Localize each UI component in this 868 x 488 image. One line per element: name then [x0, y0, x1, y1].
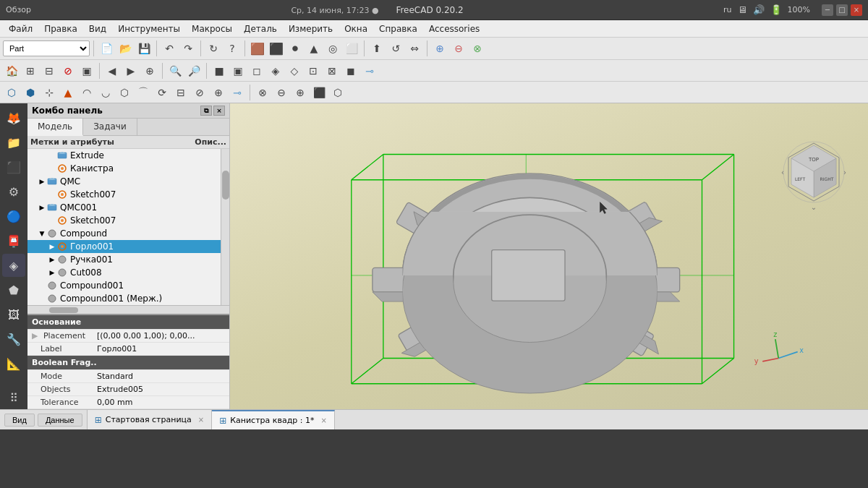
menu-part[interactable]: Деталь	[238, 22, 283, 35]
tree-hscrollbar[interactable]	[27, 305, 229, 314]
view-right-button[interactable]: ◻	[248, 62, 265, 80]
section-button[interactable]: ⊟	[172, 84, 190, 101]
undo-button[interactable]: ↶	[161, 40, 178, 57]
apps-grid-icon[interactable]: ⠿	[2, 386, 25, 409]
home-view-button[interactable]: 🏠	[3, 62, 20, 80]
app5-icon[interactable]: 🔧	[2, 328, 25, 351]
cylinder-button[interactable]: ⬛	[268, 40, 285, 57]
tab-kanistral[interactable]: ⊞ Канистра квадр : 1* ×	[212, 410, 335, 429]
menu-file[interactable]: Файл	[3, 22, 38, 35]
panel-close-button[interactable]: ×	[213, 106, 225, 116]
menu-tools[interactable]: Инструменты	[112, 22, 186, 35]
bool-intersect-button[interactable]: ⊗	[469, 40, 486, 57]
box-button[interactable]: 🟫	[249, 40, 266, 57]
loft-button[interactable]: ⬡	[116, 84, 133, 101]
slice2-button[interactable]: ⊖	[273, 84, 290, 101]
app6-icon[interactable]: 📐	[2, 352, 25, 375]
zoom-all-button[interactable]: ⊞	[22, 62, 39, 80]
tube-button[interactable]: ⬜	[343, 40, 360, 57]
tree-arrow-qmc001[interactable]: ▶	[38, 204, 46, 211]
revolve-button[interactable]: ↺	[387, 40, 404, 57]
tree-item-compound[interactable]: ▼Compound	[27, 227, 221, 240]
measure-linear-button[interactable]: ⊸	[229, 84, 246, 101]
view-measure-button[interactable]: ⊸	[361, 62, 378, 80]
menu-view[interactable]: Вид	[83, 22, 112, 35]
sphere-button[interactable]: ⚫	[286, 40, 304, 57]
tree-item-compound001[interactable]: Compound001	[27, 279, 221, 292]
chamfer-button[interactable]: ◡	[97, 84, 114, 101]
no-draw-button[interactable]: ⊘	[59, 62, 77, 80]
view-tab-button[interactable]: Вид	[4, 414, 35, 427]
view-iso2-button[interactable]: ◇	[286, 62, 303, 80]
mirror-button[interactable]: ⇔	[406, 40, 423, 57]
sketch4-button[interactable]: ▲	[59, 84, 77, 101]
open-file-button[interactable]: 📂	[116, 40, 134, 57]
view-top-button[interactable]: ▣	[229, 62, 247, 80]
refresh-button[interactable]: ↻	[205, 40, 222, 57]
fillet-button[interactable]: ◠	[78, 84, 95, 101]
zoom-select-button[interactable]: ⊟	[41, 62, 58, 80]
nav-back-button[interactable]: ◀	[103, 62, 121, 80]
bbox-toggle-button[interactable]: ▣	[78, 62, 95, 80]
xor-button[interactable]: ⊕	[292, 84, 309, 101]
menu-measure[interactable]: Измерить	[283, 22, 339, 35]
menu-edit[interactable]: Правка	[38, 22, 83, 35]
redo-button[interactable]: ↷	[179, 40, 197, 57]
minimize-button[interactable]: −	[822, 4, 833, 16]
view-back-button[interactable]: ◼	[342, 62, 359, 80]
bool-union-button[interactable]: ⊕	[431, 40, 448, 57]
app3-icon[interactable]: ◈	[2, 254, 25, 277]
firefox-icon[interactable]: 🦊	[2, 106, 25, 129]
cone-button[interactable]: ▲	[305, 40, 323, 57]
freecad-icon[interactable]: ⬟	[2, 278, 25, 301]
bool-frag-button[interactable]: ⊗	[254, 84, 271, 101]
export-button[interactable]: ⬡	[329, 84, 346, 101]
tree-item-gorlo001[interactable]: ▶Горло001	[27, 240, 221, 253]
nav-forward-button[interactable]: ▶	[122, 62, 140, 80]
tree-item-qmc[interactable]: ▶QMC	[27, 175, 221, 188]
menu-help[interactable]: Справка	[373, 22, 423, 35]
kanistral-close[interactable]: ×	[320, 416, 326, 424]
extrude-button[interactable]: ⬆	[368, 40, 386, 57]
tree-arrow-ruchka001[interactable]: ▶	[48, 256, 56, 263]
tree-item-ruchka001[interactable]: ▶Ручка001	[27, 253, 221, 266]
tree-arrow-gorlo001[interactable]: ▶	[48, 243, 56, 250]
app1-icon[interactable]: 🔵	[2, 205, 25, 228]
close-button[interactable]: ×	[851, 4, 862, 16]
bool-cut-button[interactable]: ⊖	[450, 40, 467, 57]
sketch3-button[interactable]: ⊹	[41, 84, 58, 101]
tree-item-cut008[interactable]: ▶Cut008	[27, 266, 221, 279]
tree-item-sketch007a[interactable]: Sketch007	[27, 188, 221, 201]
view-bottom-button[interactable]: ⊡	[305, 62, 322, 80]
new-file-button[interactable]: 📄	[98, 40, 115, 57]
panel-float-button[interactable]: ⧉	[200, 106, 212, 116]
maximize-button[interactable]: □	[836, 4, 848, 16]
help-button[interactable]: ?	[224, 40, 241, 57]
app2-icon[interactable]: 📮	[2, 229, 25, 252]
tree-arrow-qmc[interactable]: ▶	[38, 178, 46, 185]
tree-item-sketch007b[interactable]: Sketch007	[27, 214, 221, 227]
torus-button[interactable]: ◎	[324, 40, 341, 57]
data-tab-button[interactable]: Данные	[38, 414, 82, 427]
tab-start-page[interactable]: ⊞ Стартовая страница ×	[88, 410, 213, 429]
viewport-3d[interactable]: TOP RIGHT LEFT ⌄ ⌃ ‹ ›	[230, 103, 868, 409]
app4-icon[interactable]: 🖼	[2, 303, 25, 326]
view-left-button[interactable]: ⊠	[323, 62, 341, 80]
menu-macros[interactable]: Макросы	[186, 22, 238, 35]
compound-button[interactable]: ⊕	[210, 84, 227, 101]
sketch2-button[interactable]: ⬢	[22, 84, 39, 101]
settings-icon[interactable]: ⚙	[2, 180, 25, 203]
tree-item-extrude[interactable]: Extrude	[27, 149, 221, 162]
tree-item-kanistral[interactable]: Канистра	[27, 162, 221, 175]
zoom-out-button[interactable]: 🔎	[185, 62, 203, 80]
tab-model[interactable]: Модель	[27, 119, 83, 136]
start-page-close[interactable]: ×	[198, 416, 204, 424]
sketch-button[interactable]: ⬡	[3, 84, 20, 101]
files-icon[interactable]: 📁	[2, 131, 25, 154]
tree-scrollbar[interactable]	[221, 149, 229, 305]
view-iso-button[interactable]: ◈	[267, 62, 284, 80]
helix-button[interactable]: ⟳	[153, 84, 171, 101]
terminal-icon[interactable]: ⬛	[2, 155, 25, 179]
nav-mode-button[interactable]: ⊕	[141, 62, 158, 80]
tab-tasks[interactable]: Задачи	[83, 119, 137, 135]
